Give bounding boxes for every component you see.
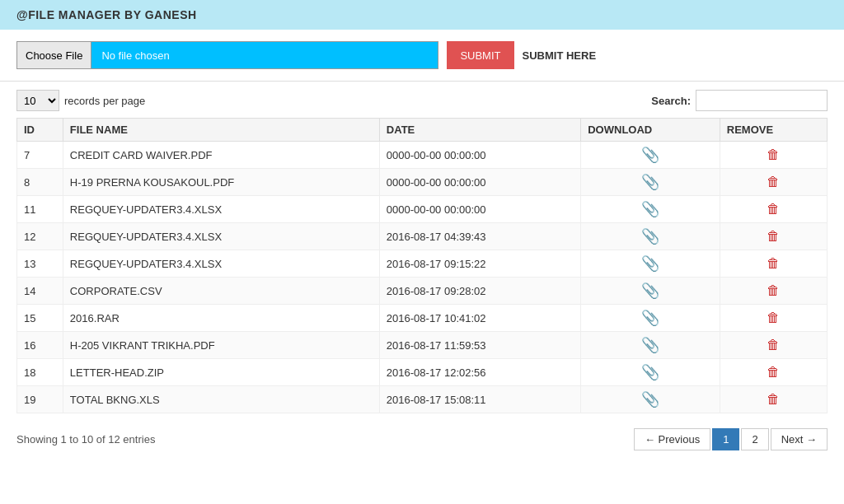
page-1-button[interactable]: 1 — [712, 428, 739, 450]
submit-here-label: SUBMIT HERE — [523, 49, 597, 62]
download-icon[interactable]: 📎 — [641, 390, 659, 408]
cell-filename: H-205 VIKRANT TRIKHA.PDF — [63, 332, 379, 359]
search-label: Search: — [651, 95, 691, 107]
table-row: 19TOTAL BKNG.XLS2016-08-17 15:08:11📎🗑 — [17, 386, 828, 413]
cell-id: 18 — [17, 359, 63, 386]
cell-id: 19 — [17, 386, 63, 413]
cell-date: 0000-00-00 00:00:00 — [379, 169, 580, 196]
remove-icon[interactable]: 🗑 — [767, 229, 780, 244]
cell-id: 14 — [17, 278, 63, 305]
app-title-bar: @FILE MANAGER BY GANESH — [0, 0, 844, 30]
download-icon[interactable]: 📎 — [641, 254, 659, 273]
search-control: Search: — [651, 90, 828, 111]
cell-date: 2016-08-17 04:39:43 — [379, 223, 580, 250]
remove-icon[interactable]: 🗑 — [767, 310, 780, 325]
download-icon[interactable]: 📎 — [641, 146, 659, 164]
cell-filename: REGQUEY-UPDATER3.4.XLSX — [63, 196, 379, 223]
table-controls: 10 25 50 100 records per page Search: — [16, 90, 828, 111]
cell-id: 16 — [17, 332, 63, 359]
cell-filename: CORPORATE.CSV — [63, 278, 379, 305]
col-download: DOWNLOAD — [581, 119, 720, 142]
cell-download: 📎 — [581, 359, 720, 386]
remove-icon[interactable]: 🗑 — [767, 283, 780, 298]
cell-filename: LETTER-HEAD.ZIP — [63, 359, 379, 386]
cell-remove: 🗑 — [720, 169, 827, 196]
table-row: 152016.RAR2016-08-17 10:41:02📎🗑 — [17, 305, 828, 332]
cell-remove: 🗑 — [720, 278, 827, 305]
footer-section: Showing 1 to 10 of 12 entries ← Previous… — [0, 422, 844, 457]
cell-filename: REGQUEY-UPDATER3.4.XLSX — [63, 223, 379, 250]
submit-button[interactable]: SUBMIT — [447, 41, 513, 69]
table-row: 18LETTER-HEAD.ZIP2016-08-17 12:02:56📎🗑 — [17, 359, 828, 386]
file-chosen-label: No file chosen — [91, 42, 438, 68]
cell-download: 📎 — [581, 386, 720, 413]
page-2-button[interactable]: 2 — [741, 428, 768, 450]
cell-date: 2016-08-17 12:02:56 — [379, 359, 580, 386]
remove-icon[interactable]: 🗑 — [767, 392, 780, 407]
table-row: 11REGQUEY-UPDATER3.4.XLSX0000-00-00 00:0… — [17, 196, 828, 223]
upload-section: Choose File No file chosen SUBMIT SUBMIT… — [0, 30, 844, 82]
cell-download: 📎 — [581, 250, 720, 278]
pagination: ← Previous 1 2 Next → — [634, 428, 828, 450]
remove-icon[interactable]: 🗑 — [767, 256, 780, 271]
col-id: ID — [17, 119, 63, 142]
col-filename: FILE NAME — [63, 119, 379, 142]
cell-remove: 🗑 — [720, 332, 827, 359]
download-icon[interactable]: 📎 — [641, 173, 659, 191]
records-per-page-select[interactable]: 10 25 50 100 — [16, 90, 59, 111]
download-icon[interactable]: 📎 — [641, 282, 659, 300]
cell-remove: 🗑 — [720, 223, 827, 250]
table-section: 10 25 50 100 records per page Search: ID… — [0, 82, 844, 422]
cell-filename: H-19 PRERNA KOUSAKOUL.PDF — [63, 169, 379, 196]
download-icon[interactable]: 📎 — [641, 336, 659, 354]
download-icon[interactable]: 📎 — [641, 200, 659, 218]
remove-icon[interactable]: 🗑 — [767, 175, 780, 189]
cell-remove: 🗑 — [720, 196, 827, 223]
cell-filename: 2016.RAR — [63, 305, 379, 332]
cell-date: 2016-08-17 09:28:02 — [379, 278, 580, 305]
cell-download: 📎 — [581, 196, 720, 223]
records-per-page-control: 10 25 50 100 records per page — [16, 90, 145, 111]
table-row: 13REGQUEY-UPDATER3.4.XLSX2016-08-17 09:1… — [17, 250, 828, 278]
table-row: 14CORPORATE.CSV2016-08-17 09:28:02📎🗑 — [17, 278, 828, 305]
table-row: 12REGQUEY-UPDATER3.4.XLSX2016-08-17 04:3… — [17, 223, 828, 250]
table-header-row: ID FILE NAME DATE DOWNLOAD REMOVE — [17, 119, 828, 142]
remove-icon[interactable]: 🗑 — [767, 365, 780, 380]
download-icon[interactable]: 📎 — [641, 309, 659, 327]
next-button[interactable]: Next → — [771, 428, 828, 450]
records-per-page-label: records per page — [64, 95, 145, 107]
cell-id: 11 — [17, 196, 63, 223]
cell-download: 📎 — [581, 278, 720, 305]
cell-date: 0000-00-00 00:00:00 — [379, 196, 580, 223]
cell-download: 📎 — [581, 332, 720, 359]
cell-download: 📎 — [581, 142, 720, 169]
remove-icon[interactable]: 🗑 — [767, 338, 780, 352]
previous-button[interactable]: ← Previous — [634, 428, 710, 450]
cell-id: 8 — [17, 169, 63, 196]
download-icon[interactable]: 📎 — [641, 227, 659, 245]
col-date: DATE — [379, 119, 580, 142]
cell-date: 2016-08-17 09:15:22 — [379, 250, 580, 278]
cell-date: 0000-00-00 00:00:00 — [379, 142, 580, 169]
file-input-wrapper: Choose File No file chosen — [16, 41, 438, 69]
cell-remove: 🗑 — [720, 142, 827, 169]
search-input[interactable] — [696, 90, 828, 111]
showing-label: Showing 1 to 10 of 12 entries — [16, 433, 155, 446]
cell-id: 7 — [17, 142, 63, 169]
remove-icon[interactable]: 🗑 — [767, 147, 780, 162]
cell-filename: CREDIT CARD WAIVER.PDF — [63, 142, 379, 169]
cell-id: 15 — [17, 305, 63, 332]
download-icon[interactable]: 📎 — [641, 363, 659, 381]
cell-remove: 🗑 — [720, 250, 827, 278]
app-title: @FILE MANAGER BY GANESH — [16, 8, 197, 21]
cell-filename: REGQUEY-UPDATER3.4.XLSX — [63, 250, 379, 278]
cell-remove: 🗑 — [720, 359, 827, 386]
col-remove: REMOVE — [720, 119, 827, 142]
cell-remove: 🗑 — [720, 386, 827, 413]
table-row: 8H-19 PRERNA KOUSAKOUL.PDF0000-00-00 00:… — [17, 169, 828, 196]
cell-id: 13 — [17, 250, 63, 278]
remove-icon[interactable]: 🗑 — [767, 202, 780, 217]
choose-file-button[interactable]: Choose File — [17, 42, 91, 68]
cell-date: 2016-08-17 10:41:02 — [379, 305, 580, 332]
cell-download: 📎 — [581, 305, 720, 332]
